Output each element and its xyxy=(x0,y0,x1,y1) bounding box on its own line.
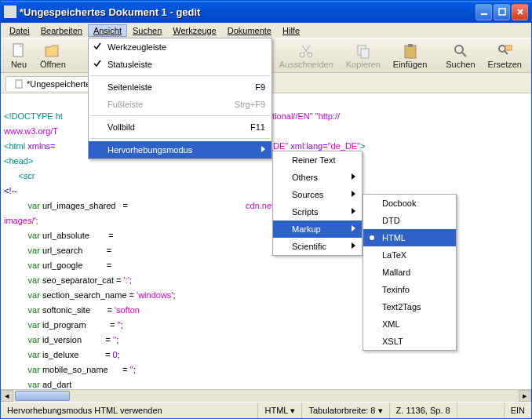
menu-item-markup[interactable]: Markup xyxy=(273,220,362,238)
menu-edit[interactable]: Bearbeiten xyxy=(35,24,88,37)
paste-icon xyxy=(402,42,419,60)
menu-item-others[interactable]: Others xyxy=(273,169,362,186)
svg-rect-6 xyxy=(361,49,369,58)
status-language[interactable]: HTML ▾ xyxy=(258,403,302,418)
minimize-button[interactable] xyxy=(476,4,492,20)
menu-tools[interactable]: Werkzeuge xyxy=(167,24,221,37)
svg-rect-12 xyxy=(16,80,22,88)
menu-item-plaintext[interactable]: Reiner Text xyxy=(273,151,362,169)
tool-new[interactable]: Neu xyxy=(4,41,34,71)
menu-help[interactable]: Hilfe xyxy=(277,24,305,37)
submenu-arrow-icon xyxy=(351,242,357,251)
svg-rect-0 xyxy=(481,13,487,15)
scroll-right-button[interactable]: ▸ xyxy=(519,390,531,402)
menu-item-fullscreen[interactable]: VollbildF11 xyxy=(89,118,271,136)
status-cursor-pos: Z. 1136, Sp. 8 xyxy=(390,403,457,418)
check-icon xyxy=(93,60,101,69)
menu-item-statusbar[interactable]: Statusleiste xyxy=(89,56,271,73)
menu-search[interactable]: Suchen xyxy=(127,24,167,37)
view-dropdown: Werkzeugleiste Statusleiste Seitenleiste… xyxy=(88,38,272,159)
scroll-left-button[interactable]: ◂ xyxy=(1,390,13,402)
search-icon xyxy=(452,42,469,60)
close-button[interactable] xyxy=(512,4,528,20)
submenu-arrow-icon xyxy=(351,224,357,234)
tool-paste[interactable]: Einfügen xyxy=(387,41,433,71)
submenu-arrow-icon xyxy=(351,190,357,199)
menu-item-docbook[interactable]: Docbook xyxy=(363,195,456,212)
menu-item-xslt[interactable]: XSLT xyxy=(363,333,456,350)
maximize-button[interactable] xyxy=(494,4,510,20)
svg-point-9 xyxy=(455,46,463,53)
tool-replace[interactable]: Ersetzen xyxy=(482,41,528,71)
svg-rect-11 xyxy=(505,46,512,50)
menu-item-mallard[interactable]: Mallard xyxy=(363,264,456,281)
submenu-arrow-icon xyxy=(351,173,357,182)
menu-item-texinfo[interactable]: Texinfo xyxy=(363,281,456,298)
radio-bullet-icon xyxy=(370,235,374,240)
submenu-arrow-icon xyxy=(351,207,357,217)
status-insert-mode: EIN xyxy=(505,403,531,418)
cut-icon xyxy=(297,42,315,60)
tool-copy: Kopieren xyxy=(340,41,387,71)
menu-file[interactable]: Datei xyxy=(4,24,35,37)
markup-language-dropdown: Docbook DTD HTML LaTeX Mallard Texinfo T… xyxy=(363,194,457,351)
tool-find[interactable]: Suchen xyxy=(439,41,481,71)
status-hint: Hervorhebungsmodus HTML verwenden xyxy=(1,403,258,418)
menu-documents[interactable]: Dokumente xyxy=(222,24,277,37)
menu-item-toolbar[interactable]: Werkzeugleiste xyxy=(89,38,271,56)
file-new-icon xyxy=(10,42,27,60)
menu-view[interactable]: Ansicht xyxy=(88,24,127,37)
copy-icon xyxy=(355,42,372,60)
horizontal-scrollbar[interactable]: ◂ ▸ xyxy=(1,389,531,402)
tab-label: *Ungespeichertes xyxy=(27,79,95,89)
statusbar: Hervorhebungsmodus HTML verwenden HTML ▾… xyxy=(1,402,531,418)
menu-item-xml[interactable]: XML xyxy=(363,315,456,333)
highlight-category-dropdown: Reiner Text Others Sources Scripts Marku… xyxy=(272,151,363,256)
scroll-thumb[interactable] xyxy=(15,391,70,401)
replace-icon xyxy=(496,42,513,60)
svg-rect-1 xyxy=(499,9,505,15)
status-tabwidth[interactable]: Tabulatorbreite: 8 ▾ xyxy=(302,403,389,418)
menu-item-sidebar[interactable]: SeitenleisteF9 xyxy=(89,78,271,96)
tool-open[interactable]: Öffnen xyxy=(34,41,72,71)
svg-rect-7 xyxy=(405,46,416,58)
menu-item-html[interactable]: HTML xyxy=(363,229,456,246)
submenu-arrow-icon xyxy=(261,145,267,155)
menu-item-sources[interactable]: Sources xyxy=(273,186,362,203)
menu-item-latex[interactable]: LaTeX xyxy=(363,246,456,264)
menu-item-dtd[interactable]: DTD xyxy=(363,212,456,229)
scroll-track[interactable] xyxy=(13,390,519,402)
menu-item-bottombar: FußleisteStrg+F9 xyxy=(89,96,271,113)
window-title: *Ungespeichertes Dokument 1 - gedit xyxy=(20,6,474,18)
menu-item-scientific[interactable]: Scientific xyxy=(273,238,362,255)
svg-rect-8 xyxy=(408,44,413,47)
menu-item-highlightmode[interactable]: Hervorhebungsmodus xyxy=(89,141,271,158)
menu-item-text2tags[interactable]: Text2Tags xyxy=(363,298,456,315)
folder-open-icon xyxy=(44,42,61,60)
menubar: Datei Bearbeiten Ansicht Suchen Werkzeug… xyxy=(1,23,531,38)
menu-item-scripts[interactable]: Scripts xyxy=(273,203,362,220)
titlebar: *Ungespeichertes Dokument 1 - gedit xyxy=(1,1,531,23)
check-icon xyxy=(93,42,101,52)
app-icon xyxy=(4,5,16,18)
document-icon xyxy=(14,79,24,89)
tool-cut: Ausschneiden xyxy=(273,41,340,71)
svg-point-10 xyxy=(499,46,505,52)
